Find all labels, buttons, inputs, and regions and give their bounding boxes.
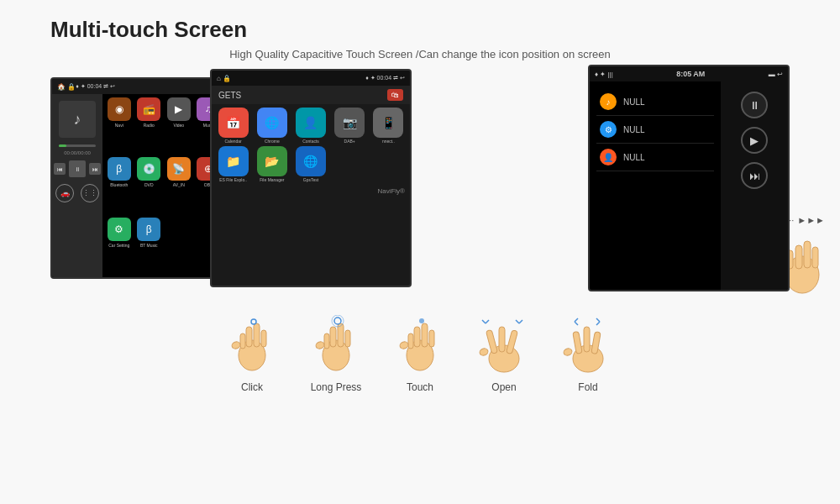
music-progress xyxy=(59,144,96,147)
gesture-click: Click xyxy=(223,311,281,393)
navifly-logo: NaviFly® xyxy=(212,186,410,197)
music-sidebar: ♪ 00:00/00:00 ⏮ ⏸ ⏭ 🚗 ⋮⋮ xyxy=(52,94,102,277)
open-label: Open xyxy=(491,381,516,393)
touch-label: Touch xyxy=(407,381,433,393)
null-item-1: ♪ NULL xyxy=(596,88,714,116)
svg-rect-31 xyxy=(499,327,505,352)
next-button[interactable]: ⏭ xyxy=(89,163,101,175)
svg-rect-1 xyxy=(795,245,802,269)
app-avin[interactable]: 📡 AV_IN xyxy=(165,157,192,213)
prev-button[interactable]: ⏮ xyxy=(54,163,66,175)
music-right-panel: ⏸ ▶ ⏭ xyxy=(721,81,788,290)
svg-rect-8 xyxy=(254,323,260,347)
gesture-longpress: Long Press xyxy=(307,311,365,393)
svg-point-37 xyxy=(562,348,572,357)
svg-rect-9 xyxy=(261,330,266,347)
svg-rect-25 xyxy=(408,333,413,349)
null-list: ♪ NULL ⚙ NULL 👤 NULL xyxy=(590,81,721,290)
next-btn[interactable]: ⏭ xyxy=(741,162,768,189)
svg-rect-16 xyxy=(345,330,350,347)
music-controls: ⏮ ⏸ ⏭ xyxy=(54,160,101,177)
play-btn[interactable]: ▶ xyxy=(741,127,768,154)
svg-rect-34 xyxy=(572,332,581,354)
click-hand-icon xyxy=(223,311,281,378)
music-time: 00:00/00:00 xyxy=(64,150,91,155)
app-filemanager[interactable]: 📂 File Manager xyxy=(254,146,290,182)
app-calendar[interactable]: 📅 Calendar xyxy=(215,108,251,144)
gesture-fold: Fold xyxy=(559,311,617,393)
screen2-statusbar: ⌂ 🔒 ♦ ✦ 00:04 ⇌ ↩ xyxy=(212,71,410,86)
btmusic-icon: β xyxy=(137,218,160,241)
null-icon-3: 👤 xyxy=(600,149,617,165)
longpress-hand-icon xyxy=(307,311,365,378)
svg-point-19 xyxy=(334,318,341,324)
null-item-2: ⚙ NULL xyxy=(596,116,714,144)
null-icon-1: ♪ xyxy=(600,93,617,110)
app-radio[interactable]: 📻 Radio xyxy=(136,97,163,154)
app-video[interactable]: ▶ Video xyxy=(165,97,192,154)
app-navi[interactable]: ◉ Navi xyxy=(106,97,133,154)
app-contacts[interactable]: 👤 Contacts xyxy=(292,108,328,144)
null-icon-2: ⚙ xyxy=(600,121,617,138)
gesture-touch: Touch xyxy=(391,311,449,393)
page-subtitle: High Quality Capacitive Touch Screen /Ca… xyxy=(50,48,790,60)
screen1-statusbar: 🏠 🔒 ♦ ✦ 00:04 ⇌ ↩ xyxy=(52,79,225,94)
svg-rect-10 xyxy=(240,333,245,349)
null-text-3: NULL xyxy=(623,153,645,162)
app-esfile[interactable]: 📁 ES File Explo.. xyxy=(215,146,251,182)
app-chrome[interactable]: 🌐 Chrome xyxy=(254,108,290,144)
home-icon[interactable]: 🚗 xyxy=(55,184,74,202)
null-item-3: 👤 NULL xyxy=(596,144,714,171)
navi-icon: ◉ xyxy=(108,97,131,121)
click-label: Click xyxy=(241,381,263,393)
music-bottom-icons: 🚗 ⋮⋮ xyxy=(55,184,99,202)
page-title: Multi-touch Screen xyxy=(50,17,790,43)
svg-rect-2 xyxy=(804,241,811,268)
widgets-header: GETS 🛍 xyxy=(212,86,410,104)
longpress-label: Long Press xyxy=(311,381,362,393)
svg-rect-23 xyxy=(422,323,428,347)
menu-icon[interactable]: ⋮⋮ xyxy=(81,184,99,202)
screen-2: ⌂ 🔒 ♦ ✦ 00:04 ⇌ ↩ GETS 🛍 📅 Calendar 🌐 Ch… xyxy=(210,69,412,287)
svg-rect-24 xyxy=(429,330,434,347)
app-grid-2: 📅 Calendar 🌐 Chrome 👤 Contacts 📷 DAB+ 📱 xyxy=(212,104,410,186)
fold-hand-icon xyxy=(559,311,617,378)
play-button[interactable]: ⏸ xyxy=(69,160,86,177)
app-dab[interactable]: 📷 DAB+ xyxy=(332,108,368,144)
svg-rect-22 xyxy=(414,327,420,347)
app-bluetooth[interactable]: β Bluetooth xyxy=(106,157,133,213)
screens-wrapper: 🏠 🔒 ♦ ✦ 00:04 ⇌ ↩ ♪ 00:00/00:00 ⏮ ⏸ ⏭ xyxy=(0,69,840,296)
null-text-1: NULL xyxy=(623,97,645,107)
svg-rect-7 xyxy=(246,327,252,347)
faster-arrows-right: ►►► xyxy=(797,215,825,225)
touch-hand-icon xyxy=(391,311,449,378)
svg-rect-36 xyxy=(584,327,590,352)
avin-icon: 📡 xyxy=(167,157,191,181)
app-connect[interactable]: 📱 nnect.. xyxy=(370,108,407,144)
svg-rect-3 xyxy=(812,247,818,268)
gestures-section: Click Long Pr xyxy=(0,304,840,393)
radio-icon: 📻 xyxy=(137,97,160,121)
screen3-statusbar: ♦ ✦ ||| 8:05 AM ▬ ↩ xyxy=(590,66,788,81)
app-dvd[interactable]: 💿 DVD xyxy=(136,157,163,213)
app-btmusic[interactable]: β BT Music xyxy=(136,218,163,274)
music-note-icon: ♪ xyxy=(74,111,81,129)
screen-3: ♦ ✦ ||| 8:05 AM ▬ ↩ ♪ NULL ⚙ NULL 👤 xyxy=(588,65,790,291)
gesture-open: Open xyxy=(475,311,533,393)
screen-1: 🏠 🔒 ♦ ✦ 00:04 ⇌ ↩ ♪ 00:00/00:00 ⏮ ⏸ ⏭ xyxy=(50,77,227,279)
svg-point-27 xyxy=(419,318,424,323)
screen3-content: ♪ NULL ⚙ NULL 👤 NULL ⏸ ▶ ⏭ xyxy=(590,81,788,290)
header-section: Multi-touch Screen High Quality Capaciti… xyxy=(0,0,840,67)
app-grid-area: ◉ Navi 📻 Radio ▶ Video ♫ Music xyxy=(102,94,225,277)
video-icon: ▶ xyxy=(167,97,191,121)
app-gpstest[interactable]: 🌐 GpsTest xyxy=(292,146,328,182)
svg-rect-14 xyxy=(330,327,336,347)
page-container: Multi-touch Screen High Quality Capaciti… xyxy=(0,0,840,504)
pause-button[interactable]: ⏸ xyxy=(741,92,768,118)
svg-point-32 xyxy=(478,348,488,357)
svg-point-12 xyxy=(251,319,256,324)
app-carsetting[interactable]: ⚙ Car Setting xyxy=(106,218,133,274)
dvd-icon: 💿 xyxy=(137,157,160,181)
null-text-2: NULL xyxy=(623,125,645,134)
music-icon-box: ♪ xyxy=(59,101,96,138)
